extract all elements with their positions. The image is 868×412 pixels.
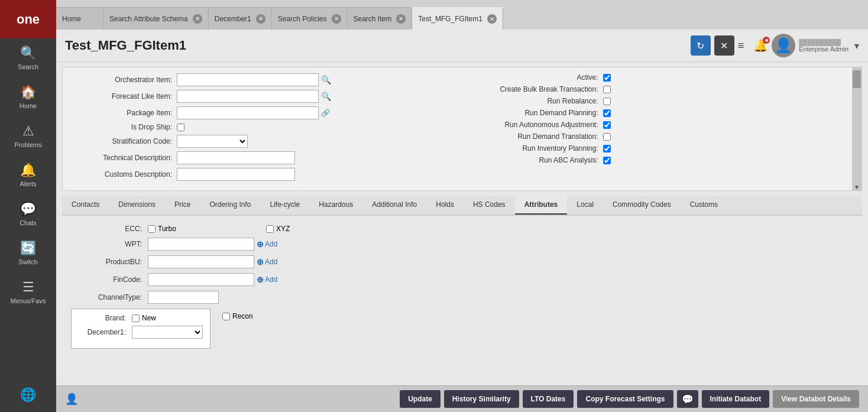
drop-ship-checkbox[interactable] <box>177 124 184 131</box>
orchestrator-label: Orchestrator Item: <box>72 76 172 84</box>
sidebar-item-label: Search <box>18 63 38 70</box>
wpt-input[interactable] <box>148 238 254 251</box>
tab-commodity-codes[interactable]: Commodity Codes <box>603 196 681 215</box>
rebalance-checkbox[interactable] <box>603 98 611 105</box>
forecast-like-search-icon[interactable]: 🔍 <box>321 92 331 101</box>
tab-attributes[interactable]: Attributes <box>515 196 568 215</box>
user-name: ██████████ <box>799 39 848 46</box>
customs-desc-input[interactable] <box>177 168 295 181</box>
view-databot-button[interactable]: View Databot Details <box>773 390 859 408</box>
tab-contacts[interactable]: Contacts <box>62 196 109 215</box>
initiate-databot-button[interactable]: Initiate Databot <box>702 390 770 408</box>
autonomous-label: Run Autonomous Adjustment: <box>468 121 598 129</box>
tab-holds[interactable]: Holds <box>426 196 464 215</box>
lto-dates-button[interactable]: LTO Dates <box>523 390 574 408</box>
header-bar: Test_MFG_FGItem1 ↻ ✕ ≡ 🔔 ★ 👤 ██████████ … <box>56 30 868 62</box>
tab-search-policies[interactable]: Search Policies ✕ <box>272 7 348 30</box>
recon-label: Recon <box>232 312 253 320</box>
globe-icon: 🌐 <box>20 387 36 403</box>
tab-customs[interactable]: Customs <box>681 196 727 215</box>
tab-close-search-attr[interactable]: ✕ <box>193 14 202 24</box>
bulk-break-row: Create Bulk Break Transaction: <box>468 85 853 93</box>
tab-ordering-info[interactable]: Ordering Info <box>200 196 260 215</box>
sidebar-item-switch[interactable]: 🔄 Switch <box>0 233 56 272</box>
wpt-add-btn[interactable]: ⊕ Add <box>257 239 277 249</box>
tab-test-mfg[interactable]: Test_MFG_FGItem1 ✕ <box>412 7 503 30</box>
demand-trans-checkbox[interactable] <box>603 133 611 141</box>
bulk-break-checkbox[interactable] <box>603 86 611 93</box>
user-dropdown-arrow[interactable]: ▾ <box>854 40 859 51</box>
abc-checkbox[interactable] <box>603 157 611 164</box>
tab-close-search-policies[interactable]: ✕ <box>332 14 341 24</box>
tab-local[interactable]: Local <box>567 196 603 215</box>
menu-button[interactable]: ≡ <box>738 40 744 52</box>
copy-forecast-button[interactable]: Copy Forecast Settings <box>577 390 673 408</box>
fincode-add-btn[interactable]: ⊕ Add <box>257 275 277 284</box>
warning-icon: ⚠ <box>22 124 34 139</box>
tab-search-item[interactable]: Search Item ✕ <box>348 7 413 30</box>
tab-hs-codes[interactable]: HS Codes <box>464 196 515 215</box>
autonomous-checkbox[interactable] <box>603 121 611 129</box>
tech-desc-input[interactable] <box>177 151 295 164</box>
forecast-like-input[interactable] <box>177 90 319 103</box>
productbu-input[interactable] <box>148 255 254 268</box>
tab-hazardous[interactable]: Hazardous <box>309 196 362 215</box>
ecc-turbo-checkbox[interactable] <box>148 225 156 233</box>
close-button[interactable]: ✕ <box>714 35 734 56</box>
package-input[interactable] <box>177 106 319 119</box>
update-button[interactable]: Update <box>400 390 441 408</box>
tab-additional-info[interactable]: Additional Info <box>362 196 426 215</box>
channeltype-input[interactable] <box>148 291 219 304</box>
history-similarity-button[interactable]: History Similarity <box>444 390 519 408</box>
ecc-xyz-checkbox[interactable] <box>266 225 274 233</box>
abc-label: Run ABC Analysis: <box>468 156 598 164</box>
package-row: Package Item: 🔗 <box>72 106 456 119</box>
december1-select[interactable] <box>132 326 203 339</box>
productbu-label: ProductBU: <box>71 258 142 266</box>
chat-button[interactable]: 💬 <box>677 390 698 408</box>
refresh-button[interactable]: ↻ <box>691 35 711 56</box>
demand-planning-checkbox[interactable] <box>603 109 611 117</box>
tab-close-test-mfg[interactable]: ✕ <box>487 14 497 24</box>
attributes-content: ECC: Turbo XYZ WPT: ⊕ <box>62 216 862 358</box>
sidebar-item-chats[interactable]: 💬 Chats <box>0 194 56 233</box>
package-link-icon[interactable]: 🔗 <box>321 109 330 117</box>
active-checkbox[interactable] <box>603 74 611 82</box>
brand-section: Brand: New December1: <box>71 309 853 349</box>
orchestrator-input[interactable] <box>177 73 319 86</box>
productbu-add-icon: ⊕ <box>257 257 264 267</box>
brand-new-item: New <box>132 314 156 322</box>
recon-checkbox[interactable] <box>222 313 230 320</box>
user-action-icon[interactable]: 👤 <box>65 392 78 405</box>
tab-close-search-item[interactable]: ✕ <box>396 14 406 24</box>
productbu-add-btn[interactable]: ⊕ Add <box>257 257 277 267</box>
tab-life-cycle[interactable]: Life-cycle <box>260 196 309 215</box>
ecc-label: ECC: <box>71 225 142 233</box>
tab-december1[interactable]: December1 ✕ <box>209 7 272 30</box>
wpt-row: WPT: ⊕ Add <box>71 238 853 251</box>
content-area[interactable]: Orchestrator Item: 🔍 Forecast Like Item:… <box>56 62 868 385</box>
sidebar-item-menus[interactable]: ☰ Menus/Favs <box>0 272 56 312</box>
inventory-checkbox[interactable] <box>603 145 611 153</box>
tab-dimensions[interactable]: Dimensions <box>109 196 165 215</box>
tab-search-attr[interactable]: Search Attribute Schema ✕ <box>103 7 209 30</box>
brand-new-checkbox[interactable] <box>132 314 140 322</box>
sidebar-item-problems[interactable]: ⚠ Problems <box>0 116 56 155</box>
tab-price[interactable]: Price <box>165 196 200 215</box>
stratification-select[interactable] <box>177 135 248 148</box>
orchestrator-search-icon[interactable]: 🔍 <box>321 75 331 85</box>
demand-planning-row: Run Demand Planning: <box>468 109 853 117</box>
switch-icon: 🔄 <box>20 241 36 256</box>
tab-home[interactable]: Home <box>56 7 103 30</box>
tab-close-december1[interactable]: ✕ <box>256 14 265 24</box>
sidebar-item-search[interactable]: 🔍 Search <box>0 38 56 77</box>
search-icon: 🔍 <box>20 46 36 61</box>
fincode-input[interactable] <box>148 273 254 286</box>
sidebar-item-home[interactable]: 🏠 Home <box>0 77 56 116</box>
notification-badge[interactable]: 🔔 ★ <box>753 38 768 53</box>
scroll-bar[interactable]: ▼ <box>852 67 861 190</box>
sidebar-item-settings[interactable]: 🌐 <box>0 380 56 412</box>
scroll-down-arrow[interactable]: ▼ <box>854 184 860 190</box>
sidebar-item-alerts[interactable]: 🔔 Alerts <box>0 155 56 194</box>
app-logo[interactable]: one <box>0 0 56 38</box>
